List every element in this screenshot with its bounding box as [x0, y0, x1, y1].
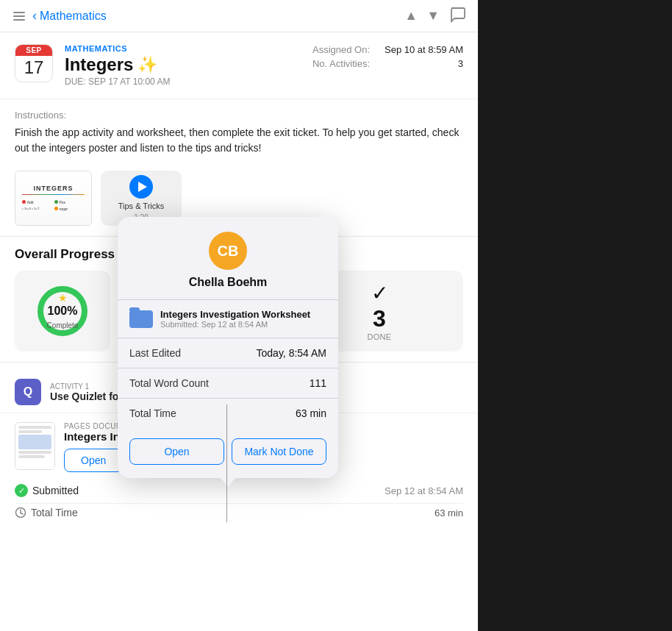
submitted-badge: ✓ Submitted	[15, 484, 79, 497]
total-time-row: Total Time 63 min	[15, 503, 463, 521]
popup-tail	[221, 478, 235, 487]
popup-doc-row: Integers Investigation Worksheet Submitt…	[118, 300, 338, 338]
popup-stats: Last Edited Today, 8:54 AM Total Word Co…	[118, 338, 338, 428]
instructions-section: Instructions: Finish the app activity an…	[0, 99, 478, 163]
last-edited-row: Last Edited Today, 8:54 AM	[118, 338, 338, 368]
donut-center: ★ 100% Complete	[47, 291, 79, 331]
top-bar: ‹ Mathematics ▲ ▼	[0, 0, 478, 32]
instructions-text: Finish the app activity and worksheet, t…	[15, 125, 463, 156]
clock-icon	[15, 507, 26, 518]
header-meta: Assigned On: Sep 10 at 8:59 AM No. Activ…	[312, 44, 463, 72]
submitted-date: Sep 12 at 8:54 AM	[385, 485, 463, 496]
popup-open-button[interactable]: Open	[129, 438, 224, 465]
top-bar-left: ‹ Mathematics	[12, 8, 404, 24]
activity-icon: Q	[15, 379, 41, 405]
activities-label: No. Activities:	[312, 58, 370, 69]
sidebar-toggle-icon[interactable]	[12, 9, 26, 24]
nav-down-icon[interactable]: ▼	[426, 8, 440, 24]
last-edited-label: Last Edited	[129, 347, 181, 359]
video-title: Tips & Tricks	[118, 202, 165, 210]
back-chevron-icon: ‹	[32, 8, 37, 24]
submitted-row: ✓ Submitted Sep 12 at 8:54 AM	[15, 481, 463, 500]
assigned-on-value: Sep 10 at 8:59 AM	[385, 44, 463, 55]
top-bar-right: ▲ ▼	[404, 5, 466, 26]
student-name: Chella Boehm	[189, 276, 268, 289]
nav-up-icon[interactable]: ▲	[404, 8, 418, 24]
popup-header: CB Chella Boehm	[118, 217, 338, 299]
total-time-label: Total Time	[15, 507, 78, 518]
total-time-text: Total Time	[31, 507, 78, 518]
assignment-title: Integers ✨	[65, 54, 312, 75]
submitted-icon: ✓	[15, 484, 28, 497]
back-button[interactable]: ‹ Mathematics	[32, 8, 107, 24]
main-panel: ‹ Mathematics ▲ ▼ SEP 17 MATHEMATICS Int…	[0, 0, 478, 631]
donut-wrapper: ★ 100% Complete	[33, 282, 92, 341]
word-count-value: 111	[310, 377, 326, 389]
assignment-header: SEP 17 MATHEMATICS Integers ✨ DUE: SEP 1…	[0, 32, 478, 99]
donut-percent: 100%	[47, 304, 79, 318]
total-time-popup-row: Total Time 63 min	[118, 399, 338, 428]
doc-thumbnail	[15, 422, 55, 470]
calendar-badge: SEP 17	[15, 44, 53, 82]
total-time-popup-value: 63 min	[296, 407, 326, 419]
activities-value: 3	[458, 58, 463, 69]
subject-label: MATHEMATICS	[65, 44, 312, 53]
word-count-label: Total Word Count	[129, 377, 209, 389]
svg-line-7	[21, 513, 23, 515]
donut-card: ★ 100% Complete	[15, 271, 110, 352]
back-label: Mathematics	[40, 10, 107, 23]
activities-row: No. Activities: 3	[312, 58, 463, 69]
header-content: MATHEMATICS Integers ✨ DUE: SEP 17 AT 10…	[65, 44, 312, 87]
due-date: DUE: SEP 17 AT 10:00 AM	[65, 76, 312, 87]
popup-doc-info: Integers Investigation Worksheet Submitt…	[160, 309, 310, 329]
done-count: 3	[373, 305, 386, 332]
svg-rect-2	[13, 19, 25, 21]
instructions-label: Instructions:	[15, 110, 463, 121]
svg-rect-0	[13, 12, 25, 13]
activity-icon-letter: Q	[24, 385, 32, 399]
open-doc-button[interactable]: Open	[64, 449, 123, 472]
assigned-on-label: Assigned On:	[312, 44, 370, 55]
popup-doc-subtitle: Submitted: Sep 12 at 8:54 AM	[160, 320, 310, 329]
assigned-on-row: Assigned On: Sep 10 at 8:59 AM	[312, 44, 463, 55]
comment-icon[interactable]	[448, 5, 466, 26]
last-edited-value: Today, 8:54 AM	[257, 347, 326, 359]
total-time-popup-label: Total Time	[129, 407, 176, 419]
calendar-month: SEP	[15, 45, 52, 56]
total-time-value: 63 min	[435, 507, 463, 518]
integers-poster[interactable]: INTEGERS Add Pos + 2x+3 = 5+T •oppr	[15, 171, 92, 226]
done-label: DONE	[368, 332, 392, 341]
student-avatar: CB	[209, 232, 247, 270]
calendar-day: 17	[24, 56, 44, 79]
sparkle-icon: ✨	[137, 55, 157, 74]
word-count-row: Total Word Count 111	[118, 368, 338, 399]
popup-mark-not-done-button[interactable]: Mark Not Done	[232, 438, 326, 465]
donut-label: Complete	[47, 321, 79, 329]
folder-icon	[129, 310, 153, 328]
title-text: Integers	[65, 54, 133, 75]
play-button[interactable]	[129, 175, 153, 199]
right-panel	[478, 0, 672, 631]
submitted-label: Submitted	[32, 485, 79, 496]
done-check-icon: ✓	[371, 281, 388, 305]
svg-rect-1	[13, 15, 25, 17]
student-popup-card[interactable]: CB Chella Boehm Integers Investigation W…	[118, 217, 338, 478]
popup-actions: Open Mark Not Done	[118, 428, 338, 478]
play-icon	[138, 182, 147, 192]
poster-title: INTEGERS	[33, 185, 73, 192]
popup-doc-title: Integers Investigation Worksheet	[160, 309, 310, 320]
